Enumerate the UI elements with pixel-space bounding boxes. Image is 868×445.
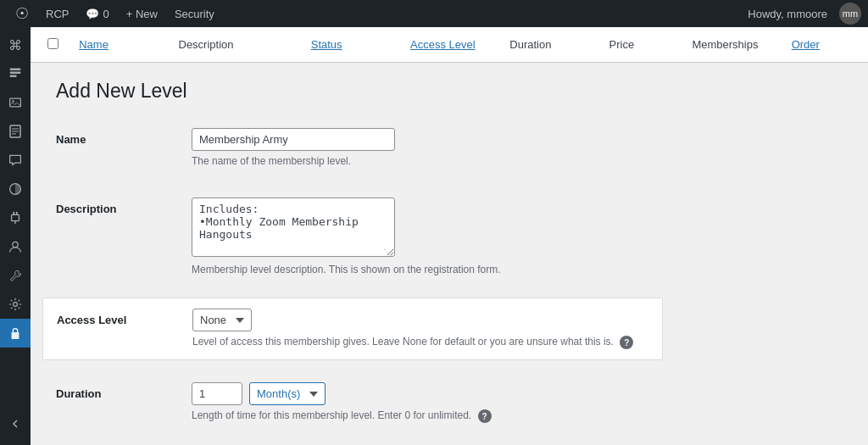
svg-rect-0 xyxy=(10,69,21,70)
description-row: Description Includes: •Monthly Zoom Memb… xyxy=(56,189,649,284)
duration-help-icon[interactable]: ? xyxy=(478,409,492,423)
sidebar-icon-rcp[interactable] xyxy=(0,319,31,348)
col-header-description: Description xyxy=(172,38,304,51)
adminbar-security-label: Security xyxy=(175,8,214,20)
table-header: Name Description Status Access Level Dur… xyxy=(31,27,868,63)
sidebar-icon-pages[interactable] xyxy=(0,117,31,146)
name-input[interactable] xyxy=(192,128,395,151)
adminbar-right: Howdy, mmoore mm xyxy=(739,3,861,25)
sidebar-icon-collapse[interactable] xyxy=(0,409,31,438)
access-level-desc: Level of access this membership gives. L… xyxy=(192,336,648,349)
adminbar-new-label: + New xyxy=(126,8,158,20)
col-header-access-level[interactable]: Access Level xyxy=(403,38,503,51)
adminbar-site[interactable]: RCP xyxy=(37,0,77,27)
checkbox-all[interactable] xyxy=(47,38,58,49)
name-row: Name The name of the membership level. xyxy=(56,120,649,175)
sidebar-icon-media[interactable] xyxy=(0,88,31,117)
col-header-order[interactable]: Order xyxy=(785,38,851,51)
description-field: Includes: •Monthly Zoom Membership Hango… xyxy=(192,197,649,275)
name-description: The name of the membership level. xyxy=(192,155,649,167)
col-header-price: Price xyxy=(603,38,686,51)
sidebar-icon-posts[interactable] xyxy=(0,59,31,88)
svg-rect-3 xyxy=(10,98,21,107)
page-wrapper: ⌘ xyxy=(0,27,868,445)
select-all-checkbox[interactable] xyxy=(47,38,72,52)
sidebar-icon-appearance[interactable] xyxy=(0,175,31,203)
name-label: Name xyxy=(56,128,192,146)
sidebar-icon-comments[interactable] xyxy=(0,146,31,175)
svg-rect-16 xyxy=(12,332,19,339)
duration-desc: Length of time for this membership level… xyxy=(192,409,649,423)
access-level-label: Access Level xyxy=(57,309,192,326)
comment-count: 0 xyxy=(103,8,108,20)
svg-point-14 xyxy=(13,242,18,247)
wp-logo[interactable]: ☉ xyxy=(7,4,37,23)
sidebar: ⌘ xyxy=(0,27,31,445)
adminbar-new[interactable]: + New xyxy=(118,0,166,27)
comment-icon: 💬 xyxy=(86,8,99,20)
adminbar-site-name: RCP xyxy=(46,8,69,20)
duration-inputs: Day(s) Month(s) Year(s) xyxy=(192,382,649,405)
avatar[interactable]: mm xyxy=(839,3,861,25)
sidebar-icon-users[interactable] xyxy=(0,232,31,261)
svg-rect-2 xyxy=(10,75,17,77)
duration-unit-select[interactable]: Day(s) Month(s) Year(s) xyxy=(249,382,326,405)
duration-row: Duration Day(s) Month(s) Year(s) Length … xyxy=(56,374,649,431)
sidebar-icon-plugins[interactable] xyxy=(0,203,31,232)
description-label: Description xyxy=(56,197,192,215)
col-header-duration: Duration xyxy=(503,38,602,51)
duration-label: Duration xyxy=(56,382,192,400)
resize-handle[interactable]: ⋱ xyxy=(383,248,393,258)
col-header-name[interactable]: Name xyxy=(72,38,171,51)
col-header-status[interactable]: Status xyxy=(304,38,403,51)
access-level-select[interactable]: None 1 2 3 4 5 xyxy=(192,309,252,331)
svg-rect-1 xyxy=(10,72,21,74)
content-area: Name Description Status Access Level Dur… xyxy=(31,27,868,445)
add-new-level-form: Add New Level Name The name of the membe… xyxy=(31,63,675,445)
svg-point-15 xyxy=(14,303,18,307)
duration-amount-input[interactable] xyxy=(192,382,242,405)
description-desc: Membership level description. This is sh… xyxy=(192,264,649,275)
sidebar-icon-settings[interactable] xyxy=(0,290,31,319)
form-title: Add New Level xyxy=(56,80,649,103)
access-level-field: None 1 2 3 4 5 Level of access this memb… xyxy=(192,309,648,349)
svg-rect-12 xyxy=(12,214,19,220)
col-header-memberships: Memberships xyxy=(685,38,784,51)
svg-point-4 xyxy=(12,100,14,102)
access-level-help-icon[interactable]: ? xyxy=(620,336,633,349)
name-field: The name of the membership level. xyxy=(192,128,649,167)
sidebar-icon-dashboard[interactable]: ⌘ xyxy=(0,31,31,59)
access-level-row: Access Level None 1 2 3 4 5 Level of acc… xyxy=(42,298,663,360)
adminbar-comments[interactable]: 💬 0 xyxy=(77,0,117,27)
adminbar-howdy[interactable]: Howdy, mmoore xyxy=(739,8,836,20)
sidebar-icon-tools[interactable] xyxy=(0,261,31,290)
description-textarea[interactable]: Includes: •Monthly Zoom Membership Hango… xyxy=(192,197,395,257)
admin-bar: ☉ RCP 💬 0 + New Security Howdy, mmoore m… xyxy=(0,0,868,27)
duration-field: Day(s) Month(s) Year(s) Length of time f… xyxy=(192,382,649,423)
adminbar-security[interactable]: Security xyxy=(166,0,223,27)
